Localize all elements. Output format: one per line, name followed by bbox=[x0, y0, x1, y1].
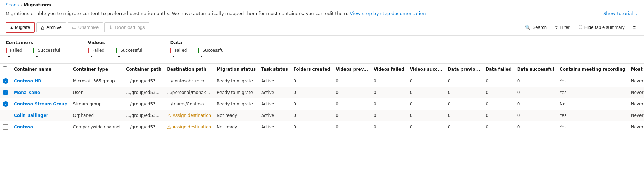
checkbox-unchecked[interactable] bbox=[3, 113, 8, 118]
download-logs-button[interactable]: ⇓ Download logs bbox=[104, 22, 149, 32]
summary-containers-successful-value: - bbox=[33, 54, 60, 59]
container-name[interactable]: Colin Ballinger bbox=[11, 110, 70, 121]
task-status: Active bbox=[258, 110, 290, 121]
summary-containers-successful: Successful - bbox=[33, 48, 60, 59]
summary-videos-title: Videos bbox=[88, 40, 142, 45]
unarchive-button[interactable]: ▭ Unarchive bbox=[68, 22, 103, 32]
container-path: .../group/ed53... bbox=[123, 121, 164, 133]
show-tutorial-button[interactable]: Show tutorial ⌄ bbox=[603, 11, 638, 16]
folders-created: 0 bbox=[291, 75, 333, 87]
videos-prev: 0 bbox=[333, 75, 371, 87]
videos-failed: 0 bbox=[371, 121, 407, 133]
migration-status: Not ready bbox=[214, 121, 258, 133]
destination-path[interactable]: .../teams/Contoso... bbox=[164, 98, 214, 110]
row-checkbox-cell[interactable] bbox=[0, 121, 11, 133]
row-checkbox-cell[interactable] bbox=[0, 110, 11, 121]
data-successful: 0 bbox=[514, 87, 557, 98]
task-status: Active bbox=[258, 87, 290, 98]
table-row: Colin BallingerOrphaned.../group/ed53...… bbox=[0, 110, 644, 121]
summary-data-failed-label: Failed bbox=[170, 48, 187, 53]
data-successful: 0 bbox=[514, 75, 557, 87]
assign-destination-warning[interactable]: ⚠ Assign destination bbox=[167, 113, 211, 118]
container-name[interactable]: Mona Kane bbox=[11, 87, 70, 98]
checkbox-checked[interactable]: ✓ bbox=[3, 90, 8, 95]
folders-created: 0 bbox=[291, 98, 333, 110]
container-type: Stream group bbox=[70, 98, 124, 110]
unarchive-label: Unarchive bbox=[78, 25, 99, 30]
step-by-step-link[interactable]: View step by step documentation bbox=[350, 11, 426, 16]
row-checkbox-cell[interactable]: ✓ bbox=[0, 87, 11, 98]
filter-button[interactable]: ▿ Filter bbox=[552, 23, 573, 32]
data-previous: 0 bbox=[445, 75, 483, 87]
container-name[interactable]: Contoso HR bbox=[11, 75, 70, 87]
th-checkbox[interactable] bbox=[0, 64, 11, 75]
container-name[interactable]: Contoso Stream Group bbox=[11, 98, 70, 110]
assign-destination-warning[interactable]: ⚠ Assign destination bbox=[167, 124, 211, 130]
contains-meeting-recording: Yes bbox=[557, 87, 628, 98]
search-button[interactable]: 🔍 Search bbox=[522, 23, 550, 32]
migration-status: Ready to migrate bbox=[214, 87, 258, 98]
th-data-successful[interactable]: Data successful bbox=[514, 64, 557, 75]
table-header-row: Container name Container type Container … bbox=[0, 64, 644, 75]
th-migration-status[interactable]: Migration status bbox=[214, 64, 258, 75]
th-container-type[interactable]: Container type bbox=[70, 64, 124, 75]
th-videos-failed[interactable]: Videos failed bbox=[371, 64, 407, 75]
migration-status: Ready to migrate bbox=[214, 75, 258, 87]
folders-created: 0 bbox=[291, 121, 333, 133]
summary-section: Containers Failed - Successful - bbox=[0, 36, 644, 64]
destination-path[interactable]: .../personal/monak... bbox=[164, 87, 214, 98]
th-contains-meeting-recording[interactable]: Contains meeting recording bbox=[557, 64, 628, 75]
videos-successful: 0 bbox=[407, 121, 445, 133]
migrate-icon: ▴ bbox=[10, 25, 13, 30]
select-all-checkbox[interactable] bbox=[3, 66, 7, 71]
destination-path[interactable]: .../contosohr_micr... bbox=[164, 75, 214, 87]
th-container-name[interactable]: Container name bbox=[11, 64, 70, 75]
th-videos-prev[interactable]: Videos prev... bbox=[333, 64, 371, 75]
breadcrumb: Scans › Migrations bbox=[0, 0, 644, 7]
info-text: Migrations enable you to migrate content… bbox=[6, 11, 426, 16]
th-data-failed[interactable]: Data failed bbox=[483, 64, 514, 75]
filter-icon: ▿ bbox=[555, 25, 558, 30]
most-recent-migration: Never bbox=[628, 75, 644, 87]
data-successful: 0 bbox=[514, 110, 557, 121]
th-videos-succ[interactable]: Videos succ... bbox=[407, 64, 445, 75]
data-successful: 0 bbox=[514, 121, 557, 133]
toolbar-right: 🔍 Search ▿ Filter ☷ Hide table summary ≡ bbox=[522, 23, 638, 32]
row-checkbox-cell[interactable]: ✓ bbox=[0, 98, 11, 110]
destination-path[interactable]: ⚠ Assign destination bbox=[164, 121, 214, 133]
migrate-label: Migrate bbox=[15, 25, 30, 30]
green-bar-icon bbox=[116, 48, 117, 53]
th-most-recent-migration[interactable]: Most recent migration ↓ bbox=[628, 64, 644, 75]
archive-button[interactable]: ◭ Archive bbox=[36, 22, 66, 32]
warning-icon: ⚠ bbox=[167, 113, 171, 118]
more-button[interactable]: ≡ bbox=[630, 23, 638, 32]
th-destination-path[interactable]: Destination path bbox=[164, 64, 214, 75]
summary-videos-successful-value: - bbox=[116, 54, 142, 59]
folders-created: 0 bbox=[291, 87, 333, 98]
show-tutorial-label: Show tutorial bbox=[603, 11, 633, 16]
th-folders-created[interactable]: Folders created bbox=[291, 64, 333, 75]
checkbox-unchecked[interactable] bbox=[3, 124, 8, 130]
container-path: .../group/ed53... bbox=[123, 75, 164, 87]
contains-meeting-recording: No bbox=[557, 98, 628, 110]
breadcrumb-scans[interactable]: Scans bbox=[6, 2, 19, 7]
summary-containers: Containers Failed - Successful - bbox=[6, 40, 60, 59]
summary-videos-successful-label: Successful bbox=[116, 48, 142, 53]
info-bar: Migrations enable you to migrate content… bbox=[0, 7, 644, 19]
checkbox-checked[interactable]: ✓ bbox=[3, 78, 8, 84]
th-data-previo[interactable]: Data previo... bbox=[445, 64, 483, 75]
destination-path[interactable]: ⚠ Assign destination bbox=[164, 110, 214, 121]
summary-data-failed-value: - bbox=[170, 54, 187, 59]
table-row: ✓Contoso HRMicrosoft 365 group.../group/… bbox=[0, 75, 644, 87]
videos-successful: 0 bbox=[407, 75, 445, 87]
checkbox-checked[interactable]: ✓ bbox=[3, 101, 8, 107]
data-failed: 0 bbox=[483, 110, 514, 121]
row-checkbox-cell[interactable]: ✓ bbox=[0, 75, 11, 87]
migrate-button[interactable]: ▴ Migrate bbox=[6, 22, 35, 33]
summary-videos-successful: Successful - bbox=[116, 48, 142, 59]
hide-table-summary-button[interactable]: ☷ Hide table summary bbox=[575, 23, 628, 32]
th-container-path[interactable]: Container path bbox=[123, 64, 164, 75]
container-name[interactable]: Contoso bbox=[11, 121, 70, 133]
summary-containers-successful-label: Successful bbox=[33, 48, 60, 53]
th-task-status[interactable]: Task status bbox=[258, 64, 290, 75]
